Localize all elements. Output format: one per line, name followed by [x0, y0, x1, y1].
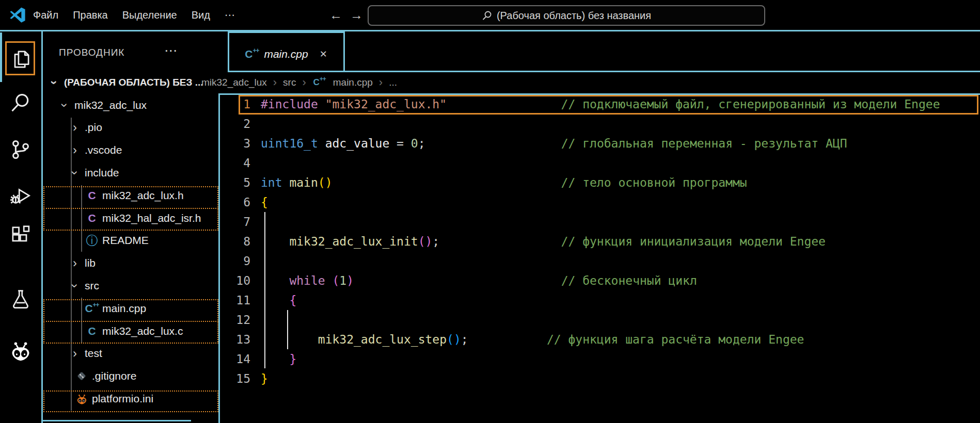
line-number: 7 — [218, 212, 250, 232]
sidebar-more-actions-button[interactable]: ⋯ — [164, 43, 178, 59]
tree-item-label: src — [85, 280, 99, 292]
line-number: 15 — [218, 369, 250, 388]
tree-item-gitignore[interactable]: .gitignore — [41, 365, 189, 387]
tree-item-mik32-adc-lux-c[interactable]: Cmik32_adc_lux.c — [41, 320, 189, 343]
breadcrumb-symbol[interactable]: ... — [389, 77, 397, 88]
tab-main-cpp[interactable]: C++ main.cpp ✕ — [232, 40, 340, 68]
tree-item-vscode[interactable]: ›.vscode — [41, 139, 189, 161]
command-center-search[interactable]: (Рабочая область) без названия — [368, 5, 765, 26]
tree-item-label: lib — [85, 257, 96, 269]
tree-item-label: mik32_adc_lux.c — [102, 325, 183, 337]
tree-item-test[interactable]: ›test — [41, 343, 189, 365]
search-icon — [9, 92, 32, 115]
breadcrumb-file[interactable]: main.cpp — [333, 77, 373, 88]
line-number: 13 — [218, 330, 250, 349]
tree-item-mik32-adc-lux[interactable]: ›mik32_adc_lux — [41, 94, 189, 117]
activity-testing-button[interactable] — [9, 288, 32, 311]
code-line-4: 4 — [218, 153, 980, 173]
tree-item-label: README — [102, 234, 149, 247]
git-file-icon — [74, 371, 89, 381]
line-number: 12 — [218, 310, 250, 330]
close-tab-button[interactable]: ✕ — [320, 48, 327, 60]
code-line-1: 1#include "mik32_adc_lux.h" // подключае… — [218, 94, 980, 114]
code-line-12: 12 — [218, 310, 980, 330]
code-line-2: 2 — [218, 114, 980, 134]
code-line-9: 9 — [218, 251, 980, 271]
code-editor[interactable]: 1#include "mik32_adc_lux.h" // подключае… — [218, 94, 980, 399]
activity-source-control-button[interactable] — [9, 138, 32, 161]
line-number: 9 — [218, 251, 250, 271]
tree-item-src[interactable]: ›src — [41, 274, 189, 297]
tree-item-mik32-adc-lux-h[interactable]: Cmik32_adc_lux.h — [41, 184, 189, 207]
tree-item-workspace-root[interactable]: ›(РАБОЧАЯ ОБЛАСТЬ) БЕЗ ... — [41, 71, 189, 94]
line-number: 14 — [218, 349, 250, 369]
workspace-title: (Рабочая область) без названия — [497, 10, 651, 22]
tab-label: main.cpp — [264, 48, 308, 60]
search-icon — [482, 10, 492, 21]
chevron-right-icon: › — [302, 76, 306, 89]
extensions-icon — [9, 225, 32, 248]
breadcrumb-folder[interactable]: src — [283, 77, 296, 88]
code-line-7: 7 — [218, 212, 980, 232]
tree-item-label: main.cpp — [102, 302, 146, 315]
tree-item-main-cpp[interactable]: C++main.cpp — [41, 297, 189, 320]
code-line-6: 6{ — [218, 192, 980, 212]
line-number: 10 — [218, 271, 250, 290]
go-forward-button[interactable]: → — [350, 0, 363, 30]
vscode-logo-icon — [8, 6, 27, 24]
indent-guide — [264, 212, 265, 368]
platformio-alien-icon — [9, 339, 32, 362]
activity-platformio-button[interactable] — [9, 339, 32, 362]
chevron-right-icon: › — [68, 144, 82, 156]
line-number: 4 — [218, 153, 250, 173]
line-number: 2 — [218, 114, 250, 134]
activity-explorer-button[interactable] — [9, 48, 32, 71]
cpp-file-icon: C++ — [312, 77, 327, 88]
chevron-right-icon: › — [68, 121, 82, 134]
tree-item-label: .vscode — [85, 144, 122, 156]
tree-item-include[interactable]: ›include — [41, 161, 189, 184]
tree-item-label: test — [85, 347, 102, 360]
code-line-15: 15} — [218, 369, 980, 388]
c-header-file-icon: C — [85, 189, 99, 202]
title-bar: Файл Правка Выделение Вид ⋯ ← → (Рабочая… — [0, 0, 980, 30]
menu-overflow[interactable]: ⋯ — [225, 9, 235, 21]
tree-item-label: .pio — [85, 121, 102, 134]
info-readme-icon: ⓘ — [85, 233, 99, 249]
chevron-right-icon: › — [379, 76, 383, 89]
tree-item-platformio-ini[interactable]: platformio.ini — [41, 387, 189, 410]
tree-item-pio[interactable]: ›.pio — [41, 117, 189, 139]
breadcrumb-folder[interactable]: mik32_adc_lux — [201, 77, 267, 88]
line-number: 11 — [218, 290, 250, 310]
chevron-down-icon: › — [69, 279, 81, 292]
line-number: 1 — [218, 94, 250, 114]
tree-item-label: .gitignore — [92, 370, 136, 382]
line-number: 5 — [218, 173, 250, 192]
tree-item-label: mik32_hal_adc_isr.h — [102, 212, 201, 224]
activity-run-debug-button[interactable] — [9, 185, 32, 207]
cpp-file-icon: C++ — [245, 48, 259, 60]
tree-item-lib[interactable]: ›lib — [41, 252, 189, 274]
tree-item-readme[interactable]: ⓘREADME — [41, 230, 189, 252]
activity-extensions-button[interactable] — [9, 225, 32, 248]
flask-icon — [9, 288, 32, 311]
menu-edit[interactable]: Правка — [73, 9, 108, 21]
sidebar-title: ПРОВОДНИК — [59, 47, 124, 58]
chevron-down-icon: › — [58, 99, 71, 112]
git-branch-icon — [9, 138, 32, 161]
activity-search-button[interactable] — [9, 92, 32, 115]
explorer-sidebar: ПРОВОДНИК ⋯ ›(РАБОЧАЯ ОБЛАСТЬ) БЕЗ ...›m… — [41, 31, 189, 423]
chevron-right-icon: › — [273, 76, 277, 89]
files-icon — [9, 48, 32, 71]
c-header-file-icon: C — [85, 212, 99, 224]
menu-view[interactable]: Вид — [192, 9, 210, 21]
cpp-file-icon: C++ — [85, 302, 99, 315]
menu-file[interactable]: Файл — [33, 9, 58, 21]
menu-selection[interactable]: Выделение — [122, 9, 177, 21]
code-line-13: 13 mik32_adc_lux_step(); // функция шага… — [218, 330, 980, 349]
debug-play-bug-icon — [9, 185, 32, 207]
tree-item-mik32-hal-adc-isr-h[interactable]: Cmik32_hal_adc_isr.h — [41, 207, 189, 230]
go-back-button[interactable]: ← — [329, 0, 342, 30]
c-file-icon: C — [85, 325, 99, 337]
chevron-right-icon: › — [68, 257, 82, 269]
